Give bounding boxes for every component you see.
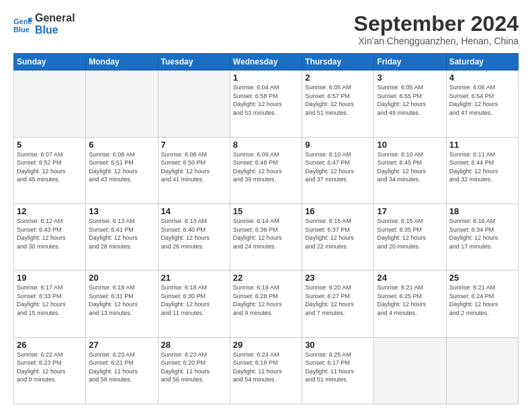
day-number: 3 [377,73,443,83]
day-info: Sunrise: 6:16 AM Sunset: 6:34 PM Dayligh… [449,217,515,250]
page: General Blue General Blue September 2024… [0,0,532,411]
table-row [446,337,518,404]
title-section: September 2024 Xin'an Chengguanzhen, Hen… [354,12,519,46]
day-info: Sunrise: 6:12 AM Sunset: 6:43 PM Dayligh… [17,217,83,250]
table-row [374,337,446,404]
day-info: Sunrise: 6:25 AM Sunset: 6:17 PM Dayligh… [305,351,371,384]
day-number: 16 [305,206,371,216]
day-info: Sunrise: 6:13 AM Sunset: 6:41 PM Dayligh… [89,217,154,250]
table-row: 10Sunrise: 6:10 AM Sunset: 6:45 PM Dayli… [374,137,446,203]
table-row: 29Sunrise: 6:24 AM Sunset: 6:18 PM Dayli… [230,337,302,404]
day-info: Sunrise: 6:21 AM Sunset: 6:24 PM Dayligh… [449,283,515,317]
day-info: Sunrise: 6:10 AM Sunset: 6:45 PM Dayligh… [377,150,443,184]
header-thursday: Thursday [302,54,374,71]
day-info: Sunrise: 6:10 AM Sunset: 6:47 PM Dayligh… [305,150,371,184]
calendar-week-row: 12Sunrise: 6:12 AM Sunset: 6:43 PM Dayli… [14,203,519,270]
day-info: Sunrise: 6:22 AM Sunset: 6:23 PM Dayligh… [17,351,83,384]
table-row: 9Sunrise: 6:10 AM Sunset: 6:47 PM Daylig… [302,137,374,203]
day-number: 15 [233,206,299,216]
day-number: 2 [305,73,371,83]
table-row: 1Sunrise: 6:04 AM Sunset: 6:58 PM Daylig… [230,71,302,137]
logo-icon: General Blue [13,15,32,34]
table-row: 28Sunrise: 6:23 AM Sunset: 6:20 PM Dayli… [158,337,230,404]
calendar-week-row: 26Sunrise: 6:22 AM Sunset: 6:23 PM Dayli… [14,337,519,404]
table-row: 15Sunrise: 6:14 AM Sunset: 6:38 PM Dayli… [230,203,302,270]
day-number: 17 [377,206,443,216]
logo-general: General [35,12,75,24]
day-info: Sunrise: 6:21 AM Sunset: 6:25 PM Dayligh… [377,283,443,317]
table-row: 17Sunrise: 6:15 AM Sunset: 6:35 PM Dayli… [374,203,446,270]
table-row [14,71,86,137]
calendar-table: Sunday Monday Tuesday Wednesday Thursday… [13,53,519,404]
header-friday: Friday [374,54,446,71]
table-row: 5Sunrise: 6:07 AM Sunset: 6:52 PM Daylig… [14,137,86,203]
header-sunday: Sunday [14,54,86,71]
day-number: 6 [89,140,154,150]
table-row: 22Sunrise: 6:19 AM Sunset: 6:28 PM Dayli… [230,271,302,337]
table-row: 25Sunrise: 6:21 AM Sunset: 6:24 PM Dayli… [446,271,518,337]
day-number: 30 [305,340,371,350]
day-info: Sunrise: 6:14 AM Sunset: 6:38 PM Dayligh… [233,217,299,250]
table-row: 7Sunrise: 6:08 AM Sunset: 6:50 PM Daylig… [158,137,230,203]
day-info: Sunrise: 6:23 AM Sunset: 6:21 PM Dayligh… [89,351,154,384]
header-saturday: Saturday [446,54,518,71]
table-row [86,71,158,137]
day-number: 22 [233,273,299,283]
month-title: September 2024 [354,12,519,36]
table-row: 18Sunrise: 6:16 AM Sunset: 6:34 PM Dayli… [446,203,518,270]
table-row: 13Sunrise: 6:13 AM Sunset: 6:41 PM Dayli… [86,203,158,270]
day-number: 26 [17,340,83,350]
table-row: 14Sunrise: 6:13 AM Sunset: 6:40 PM Dayli… [158,203,230,270]
day-number: 21 [161,273,227,283]
day-number: 9 [305,140,371,150]
day-number: 23 [305,273,371,283]
day-number: 28 [161,340,227,350]
day-number: 5 [17,140,83,150]
table-row: 19Sunrise: 6:17 AM Sunset: 6:33 PM Dayli… [14,271,86,337]
day-info: Sunrise: 6:05 AM Sunset: 6:57 PM Dayligh… [305,83,371,117]
table-row: 12Sunrise: 6:12 AM Sunset: 6:43 PM Dayli… [14,203,86,270]
day-info: Sunrise: 6:04 AM Sunset: 6:58 PM Dayligh… [233,83,299,117]
table-row: 11Sunrise: 6:11 AM Sunset: 6:44 PM Dayli… [446,137,518,203]
day-info: Sunrise: 6:15 AM Sunset: 6:35 PM Dayligh… [377,217,443,250]
table-row: 23Sunrise: 6:20 AM Sunset: 6:27 PM Dayli… [302,271,374,337]
day-info: Sunrise: 6:18 AM Sunset: 6:30 PM Dayligh… [161,283,227,317]
day-number: 1 [233,73,299,83]
day-number: 7 [161,140,227,150]
day-number: 11 [449,140,515,150]
day-number: 13 [89,206,154,216]
day-number: 20 [89,273,154,283]
day-info: Sunrise: 6:07 AM Sunset: 6:52 PM Dayligh… [17,150,83,184]
day-number: 8 [233,140,299,150]
table-row [158,71,230,137]
day-info: Sunrise: 6:06 AM Sunset: 6:54 PM Dayligh… [449,83,515,117]
header: General Blue General Blue September 2024… [13,12,519,46]
day-number: 24 [377,273,443,283]
location: Xin'an Chengguanzhen, Henan, China [354,36,519,46]
day-info: Sunrise: 6:20 AM Sunset: 6:27 PM Dayligh… [305,283,371,317]
day-number: 27 [89,340,154,350]
day-number: 18 [449,206,515,216]
day-info: Sunrise: 6:17 AM Sunset: 6:33 PM Dayligh… [17,283,83,317]
calendar-week-row: 5Sunrise: 6:07 AM Sunset: 6:52 PM Daylig… [14,137,519,203]
table-row: 6Sunrise: 6:08 AM Sunset: 6:51 PM Daylig… [86,137,158,203]
calendar-week-row: 19Sunrise: 6:17 AM Sunset: 6:33 PM Dayli… [14,271,519,337]
table-row: 16Sunrise: 6:15 AM Sunset: 6:37 PM Dayli… [302,203,374,270]
table-row: 27Sunrise: 6:23 AM Sunset: 6:21 PM Dayli… [86,337,158,404]
day-number: 25 [449,273,515,283]
day-number: 29 [233,340,299,350]
day-info: Sunrise: 6:08 AM Sunset: 6:50 PM Dayligh… [161,150,227,184]
table-row: 8Sunrise: 6:09 AM Sunset: 6:48 PM Daylig… [230,137,302,203]
day-number: 4 [449,73,515,83]
table-row: 2Sunrise: 6:05 AM Sunset: 6:57 PM Daylig… [302,71,374,137]
table-row: 3Sunrise: 6:05 AM Sunset: 6:55 PM Daylig… [374,71,446,137]
day-info: Sunrise: 6:08 AM Sunset: 6:51 PM Dayligh… [89,150,154,184]
table-row: 4Sunrise: 6:06 AM Sunset: 6:54 PM Daylig… [446,71,518,137]
day-number: 10 [377,140,443,150]
day-number: 12 [17,206,83,216]
day-info: Sunrise: 6:09 AM Sunset: 6:48 PM Dayligh… [233,150,299,184]
table-row: 26Sunrise: 6:22 AM Sunset: 6:23 PM Dayli… [14,337,86,404]
header-wednesday: Wednesday [230,54,302,71]
header-tuesday: Tuesday [158,54,230,71]
day-info: Sunrise: 6:23 AM Sunset: 6:20 PM Dayligh… [161,351,227,384]
